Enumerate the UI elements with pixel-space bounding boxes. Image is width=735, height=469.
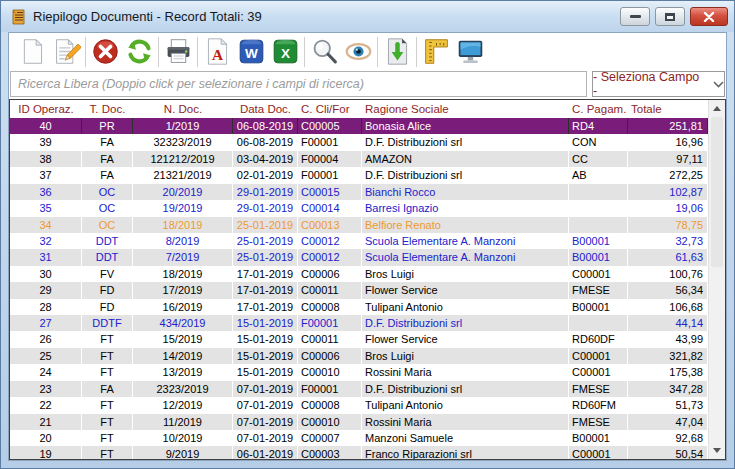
print-button[interactable]: [161, 36, 195, 68]
cell-id-operaz: 24: [10, 364, 82, 380]
cell-totale: 43,99: [628, 331, 708, 347]
table-row[interactable]: 26 FT 15/2019 15-01-2019 C00011 Flower S…: [10, 331, 708, 347]
cell-c-cli-for: C00012: [298, 249, 362, 265]
search-button[interactable]: [307, 36, 341, 68]
table-row[interactable]: 34 OC 18/2019 25-01-2019 C00013 Belfiore…: [10, 217, 708, 233]
cell-id-operaz: 22: [10, 397, 82, 413]
table-row[interactable]: 38 FA 121212/2019 03-04-2019 F00004 AMAZ…: [10, 151, 708, 167]
cell-t-doc: DDT: [82, 249, 133, 265]
cell-totale: 321,82: [628, 348, 708, 364]
scrollbar-track[interactable]: [709, 117, 725, 442]
cell-ragione-sociale: Tulipani Antonio: [362, 397, 569, 413]
table-row[interactable]: 31 DDT 7/2019 25-01-2019 C00012 Scuola E…: [10, 249, 708, 265]
table-row[interactable]: 35 OC 19/2019 29-01-2019 C00014 Barresi …: [10, 200, 708, 216]
table-row[interactable]: 19 FT 9/2019 06-01-2019 C00003 Franco Ri…: [10, 446, 708, 459]
column-header-t-doc[interactable]: T. Doc.: [82, 100, 133, 118]
cell-t-doc: FA: [82, 151, 133, 167]
cell-t-doc: FT: [82, 397, 133, 413]
grid-header: ID Operaz. T. Doc. N. Doc. Data Doc. C. …: [10, 100, 708, 118]
table-row[interactable]: 24 FT 13/2019 15-01-2019 C00010 Rossini …: [10, 364, 708, 380]
edit-document-button[interactable]: [49, 36, 83, 68]
table-row[interactable]: 39 FA 32323/2019 06-08-2019 F00001 D.F. …: [10, 134, 708, 150]
preview-eye-icon: [344, 37, 373, 66]
monitor-button[interactable]: [453, 36, 487, 68]
cell-c-cli-for: C00010: [298, 364, 362, 380]
cell-data-doc: 02-01-2019: [233, 167, 298, 183]
cell-data-doc: 15-01-2019: [233, 364, 298, 380]
cell-c-pagam: C00001: [569, 266, 628, 282]
cell-t-doc: FT: [82, 364, 133, 380]
monitor-icon: [456, 37, 485, 66]
table-row[interactable]: 25 FT 14/2019 15-01-2019 C00006 Bros Lui…: [10, 348, 708, 364]
column-header-ragione-sociale[interactable]: Ragione Sociale: [362, 100, 569, 118]
maximize-button[interactable]: [655, 7, 685, 26]
delete-button[interactable]: [88, 36, 122, 68]
new-document-button[interactable]: [15, 36, 49, 68]
documents-grid: ID Operaz. T. Doc. N. Doc. Data Doc. C. …: [9, 99, 726, 460]
cell-id-operaz: 37: [10, 167, 82, 183]
download-document-icon: [383, 37, 412, 66]
table-row[interactable]: 29 FD 17/2019 17-01-2019 C00011 Flower S…: [10, 282, 708, 298]
table-row[interactable]: 22 FT 12/2019 07-01-2019 C00008 Tulipani…: [10, 397, 708, 413]
export-word-button[interactable]: W: [234, 36, 268, 68]
cell-ragione-sociale: Bros Luigi: [362, 266, 569, 282]
ruler-button[interactable]: [419, 36, 453, 68]
preview-button[interactable]: [341, 36, 375, 68]
export-excel-button[interactable]: X: [268, 36, 302, 68]
column-header-totale[interactable]: Totale: [628, 100, 708, 118]
cell-n-doc: 8/2019: [133, 233, 233, 249]
table-row[interactable]: 27 DDTF 434/2019 15-01-2019 F00001 D.F. …: [10, 315, 708, 331]
cell-c-pagam: RD60DF: [569, 331, 628, 347]
table-row[interactable]: 28 FD 16/2019 17-01-2019 C00008 Tulipani…: [10, 299, 708, 315]
column-header-data-doc[interactable]: Data Doc.: [233, 100, 298, 118]
table-row[interactable]: 32 DDT 8/2019 25-01-2019 C00012 Scuola E…: [10, 233, 708, 249]
column-header-n-doc[interactable]: N. Doc.: [133, 100, 233, 118]
toolbar-separator: [416, 37, 417, 67]
cell-c-pagam: AB: [569, 167, 628, 183]
search-input[interactable]: [10, 71, 587, 97]
cell-id-operaz: 34: [10, 217, 82, 233]
minimize-button[interactable]: [620, 7, 650, 26]
cell-n-doc: 13/2019: [133, 364, 233, 380]
table-row[interactable]: 23 FA 2323/2019 07-01-2019 F00001 D.F. D…: [10, 381, 708, 397]
close-button[interactable]: [690, 7, 728, 26]
table-row[interactable]: 30 FV 18/2019 17-01-2019 C00006 Bros Lui…: [10, 266, 708, 282]
column-header-c-cli-for[interactable]: C. Cli/For: [298, 100, 362, 118]
scroll-up-button[interactable]: [709, 100, 725, 117]
cell-id-operaz: 19: [10, 446, 82, 459]
window-title: Riepilogo Documenti - Record Totali: 39: [33, 9, 262, 24]
svg-text:X: X: [280, 46, 289, 61]
toolbar: A W X: [9, 33, 726, 70]
scroll-down-button[interactable]: [709, 442, 725, 459]
cell-c-cli-for: C00011: [298, 282, 362, 298]
table-row[interactable]: 40 PR 1/2019 06-08-2019 C00005 Bonasia A…: [10, 118, 708, 134]
cell-c-cli-for: C00008: [298, 397, 362, 413]
download-button[interactable]: [380, 36, 414, 68]
table-row[interactable]: 21 FT 11/2019 07-01-2019 C00010 Rossini …: [10, 414, 708, 430]
cell-n-doc: 7/2019: [133, 249, 233, 265]
field-selector-dropdown[interactable]: - Seleziona Campo -: [592, 71, 725, 97]
refresh-button[interactable]: [122, 36, 156, 68]
cell-data-doc: 17-01-2019: [233, 299, 298, 315]
refresh-icon: [125, 37, 154, 66]
column-header-id-operaz[interactable]: ID Operaz.: [10, 100, 82, 118]
table-row[interactable]: 37 FA 21321/2019 02-01-2019 F00001 D.F. …: [10, 167, 708, 183]
cell-totale: 16,96: [628, 134, 708, 150]
vertical-scrollbar[interactable]: [708, 100, 725, 459]
cell-c-pagam: FMESE: [569, 381, 628, 397]
column-header-c-pagam[interactable]: C. Pagam.: [569, 100, 628, 118]
cell-data-doc: 06-08-2019: [233, 134, 298, 150]
table-row[interactable]: 20 FT 10/2019 07-01-2019 C00007 Manzoni …: [10, 430, 708, 446]
cell-id-operaz: 28: [10, 299, 82, 315]
scrollbar-thumb[interactable]: [711, 117, 723, 267]
cell-totale: 44,14: [628, 315, 708, 331]
titlebar[interactable]: Riepilogo Documenti - Record Totali: 39: [1, 1, 734, 32]
cell-t-doc: FT: [82, 348, 133, 364]
export-pdf-button[interactable]: A: [200, 36, 234, 68]
cell-c-pagam: CON: [569, 134, 628, 150]
cell-c-cli-for: C00012: [298, 233, 362, 249]
cell-c-pagam: CC: [569, 151, 628, 167]
cell-data-doc: 15-01-2019: [233, 348, 298, 364]
cell-totale: 19,06: [628, 200, 708, 216]
table-row[interactable]: 36 OC 20/2019 29-01-2019 C00015 Bianchi …: [10, 184, 708, 200]
